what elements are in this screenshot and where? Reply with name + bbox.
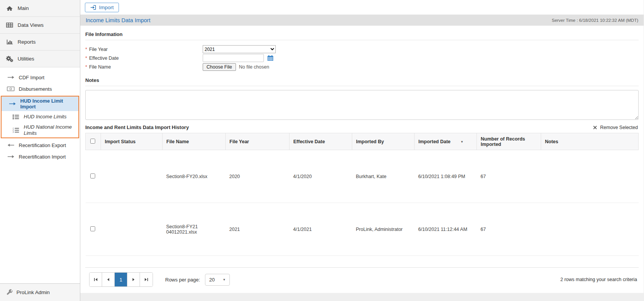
file-name-row: *File Name Choose File No file chosen [85,62,639,71]
cell-file-year: 2020 [226,150,289,203]
cell-effective-date: 4/1/2021 [289,203,352,256]
row-select-cell [86,150,101,203]
current-page-button[interactable]: 1 [115,273,127,286]
notes-title: Notes [85,77,639,86]
arrow-left-icon [7,143,15,147]
list-icon [11,115,20,119]
cell-notes [541,203,639,256]
rows-per-page-select[interactable]: 20 ▼ [205,274,230,286]
cell-records: 67 [477,150,541,203]
sidebar-subnav: CDF Import Disbursements HUD Income Limi… [0,67,80,162]
rows-per-page-value: 20 [209,277,215,283]
cell-notes [541,150,639,203]
row-checkbox[interactable] [90,173,95,178]
file-year-row: *File Year 2021 [85,45,639,54]
sidebar: Main Data Views Reports [0,0,80,301]
sign-in-icon [90,5,96,10]
file-information-form: *File Year 2021 *Effective Date *File Na… [85,45,639,71]
sidebar-item-hud-income-limit-import[interactable]: HUD Income Limit Import [2,97,78,111]
cell-import-status [101,150,163,203]
sidebar-item-hud-national-income-limits[interactable]: 123 HUD National Income Limits [2,123,78,137]
history-table: Import Status File Name File Year Effect… [85,133,639,256]
row-count-summary: 2 rows matching your search criteria [560,277,638,282]
required-marker: * [85,56,87,61]
sidebar-item-label: Utilities [18,56,34,62]
notes-textarea[interactable] [85,90,639,120]
sidebar-item-label: Main [18,5,29,11]
cell-effective-date: 4/1/2020 [289,150,352,203]
sort-desc-icon: ▼ [460,140,463,144]
sidebar-item-main[interactable]: Main [0,0,80,17]
table-icon [6,23,13,28]
pager-group: 1 [89,272,153,287]
column-header-file-name[interactable]: File Name [163,133,226,150]
row-checkbox[interactable] [90,226,95,231]
import-button[interactable]: Import [85,3,119,12]
page-title: Income Limits Data Import [86,17,150,23]
prolink-admin-menu[interactable]: ProLink Admin [0,283,80,301]
sidebar-item-label: Recertification Import [19,154,66,160]
column-header-records[interactable]: Number of Records Imported [477,133,541,150]
required-marker: * [85,64,87,70]
wrench-icon [6,289,13,296]
app-window: Main Data Views Reports [0,0,644,301]
row-select-cell [86,203,101,256]
sidebar-item-utilities[interactable]: Utilities [0,51,80,67]
next-page-button[interactable] [127,273,140,286]
money-icon [7,87,15,91]
sidebar-item-disbursements[interactable]: Disbursements [0,83,80,95]
calendar-icon[interactable] [267,55,273,61]
column-header-notes[interactable]: Notes [541,133,639,150]
page-header-bar: Income Limits Data Import Server Time : … [80,15,644,26]
no-file-chosen-text: No file chosen [239,64,269,70]
sidebar-item-reports[interactable]: Reports [0,34,80,51]
sidebar-item-hud-income-limits[interactable]: HUD Income Limits [2,111,78,123]
first-page-button[interactable] [89,273,102,286]
history-title: Income and Rent Limits Data Import Histo… [85,124,189,130]
history-header: Income and Rent Limits Data Import Histo… [85,123,639,133]
arrow-right-icon [7,75,15,79]
effective-date-input[interactable] [203,54,264,62]
cell-records: 67 [477,203,541,256]
cell-file-name: Section8-FY20.xlsx [163,150,226,203]
sidebar-item-label: Data Views [18,22,44,28]
arrow-right-icon [7,155,15,159]
sidebar-item-label: HUD Income Limit Import [20,98,77,110]
sidebar-item-recertification-export[interactable]: Recertification Export [0,139,80,151]
file-information-title: File Information [85,31,639,40]
cell-import-status [101,203,163,256]
sidebar-item-label: Recertification Export [19,142,66,148]
cell-imported-date: 6/10/2021 1:08:49 PM [415,150,477,203]
cell-file-year: 2021 [226,203,289,256]
active-section-highlight: HUD Income Limit Import HUD Income Limit… [1,96,79,138]
choose-file-button[interactable]: Choose File [203,63,236,71]
select-all-checkbox[interactable] [90,139,95,144]
arrow-right-icon [8,102,16,106]
effective-date-label: *Effective Date [85,56,203,61]
column-header-effective-date[interactable]: Effective Date [289,133,352,150]
content-area: File Information *File Year 2021 *Effect… [80,26,644,293]
table-row: Section8-FY20.xlsx 2020 4/1/2020 Burkhar… [86,150,639,203]
remove-selected-label: Remove Selected [600,125,638,130]
sidebar-item-recertification-import[interactable]: Recertification Import [0,151,80,162]
cell-imported-by: ProLink, Administrator [352,203,415,256]
column-header-imported-by[interactable]: Imported By [352,133,415,150]
sidebar-item-cdf-import[interactable]: CDF Import [0,72,80,83]
sidebar-item-label: CDF Import [19,75,44,80]
select-all-header [86,133,101,150]
column-header-imported-date[interactable]: Imported Date▼ [415,133,477,150]
previous-page-button[interactable] [102,273,115,286]
remove-selected-button[interactable]: Remove Selected [593,125,638,130]
sidebar-item-data-views[interactable]: Data Views [0,17,80,34]
main-content: Import Income Limits Data Import Server … [80,0,644,293]
last-page-button[interactable] [140,273,153,286]
home-icon [6,6,13,11]
sidebar-item-label: HUD Income Limits [24,114,67,120]
column-header-file-year[interactable]: File Year [226,133,289,150]
file-year-select[interactable]: 2021 [203,45,276,53]
sidebar-footer-label: ProLink Admin [16,290,50,295]
column-header-import-status[interactable]: Import Status [101,133,163,150]
chevron-down-icon: ▼ [223,278,226,281]
toolbar: Import [80,0,644,15]
file-name-label: *File Name [85,64,203,70]
